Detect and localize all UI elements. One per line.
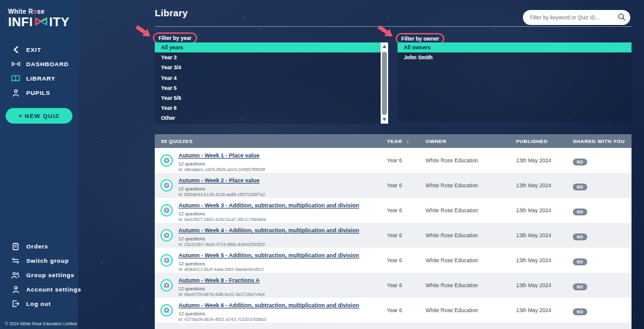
infinity-mark-icon — [33, 15, 49, 29]
column-header-owner[interactable]: OWNER — [426, 139, 516, 144]
scrollbar-thumb[interactable] — [382, 52, 387, 115]
copyright-text: © 2024 White Rose Education Limited — [5, 322, 77, 326]
year-option-other[interactable]: Other — [155, 113, 381, 123]
quiz-owner: White Rose Education — [426, 157, 516, 164]
year-option-year-3-4[interactable]: Year 3/4 — [155, 62, 381, 72]
quiz-year: Year 6 — [387, 232, 426, 238]
quiz-title-link[interactable]: Autumn - Week 1 - Place value — [178, 152, 260, 159]
quiz-published-date: 13th May 2024 — [516, 232, 573, 238]
owner-option-john-smith[interactable]: John Smith — [398, 52, 632, 62]
sidebar-item-library[interactable]: LIBRARY — [0, 71, 78, 86]
quiz-published-date: 13th May 2024 — [516, 157, 573, 164]
quiz-id: id: a5eaabe1-cd23-452b-a2c9-2e569785b5ff — [178, 167, 265, 173]
quiz-id: id: bbcef729-b67b-4afb-bc01-5e1715a7c4e4 — [178, 292, 265, 298]
quiz-owner: White Rose Education — [426, 282, 516, 288]
quiz-owner: White Rose Education — [426, 257, 516, 263]
quiz-published-date: 13th May 2024 — [516, 307, 573, 313]
quiz-published-date: 13th May 2024 — [516, 257, 573, 263]
search-input[interactable] — [530, 14, 618, 21]
quiz-year: Year 6 — [387, 307, 426, 313]
quiz-table: 50 QUIZZES YEAR↓ OWNER PUBLISHED SHARED … — [155, 134, 632, 329]
quiz-question-count: 12 questions — [178, 161, 265, 167]
sidebar: White Rose INFIITY EXIT DASHBOARD LIBRAR… — [0, 0, 78, 329]
table-row: Autumn - Week 1 - Place value 12 questio… — [155, 148, 632, 173]
quiz-id: id: fa410527-2802-4192-b1a7-35c117969ebe — [178, 217, 359, 223]
year-option-year-6[interactable]: Year 6 — [155, 103, 381, 113]
shared-status-badge: NO — [573, 308, 587, 315]
search-box — [523, 10, 630, 25]
quiz-question-count: 12 questions — [178, 236, 359, 242]
shared-status-badge: NO — [573, 159, 587, 165]
quiz-title-link[interactable]: Autumn - Week 4 - Addition, subtraction,… — [178, 227, 359, 233]
table-header: 50 QUIZZES YEAR↓ OWNER PUBLISHED SHARED … — [155, 134, 632, 148]
switch-arrows-icon — [11, 257, 21, 264]
owner-option-all-owners[interactable]: All owners — [398, 42, 632, 52]
infinity-icon — [11, 61, 21, 67]
quiz-gear-icon — [160, 179, 173, 192]
quiz-title-link[interactable]: Autumn - Week 5 - Addition, subtraction,… — [178, 252, 359, 258]
sidebar-item-group-settings[interactable]: Group settings — [0, 268, 78, 282]
quiz-gear-icon — [160, 204, 173, 217]
sidebar-item-dashboard[interactable]: DASHBOARD — [0, 57, 78, 71]
quiz-question-count: 12 questions — [178, 186, 265, 192]
column-header-year[interactable]: YEAR↓ — [387, 139, 426, 144]
column-header-published[interactable]: PUBLISHED — [516, 139, 573, 144]
year-option-year-3[interactable]: Year 3 — [155, 52, 381, 62]
column-header-shared[interactable]: SHARED WITH YOU — [573, 139, 632, 144]
quiz-gear-icon — [160, 154, 173, 167]
person-icon — [11, 286, 21, 293]
quiz-year: Year 6 — [387, 282, 426, 288]
quiz-question-count: 12 questions — [178, 286, 265, 292]
quiz-title-link[interactable]: Autumn - Week 3 - Addition, subtraction,… — [178, 202, 359, 209]
quiz-question-count: 12 questions — [178, 261, 359, 267]
year-option-year-4[interactable]: Year 4 — [155, 73, 381, 83]
brand-logo: White Rose INFIITY — [0, 0, 78, 29]
quiz-gear-icon — [160, 304, 173, 317]
table-row: Autumn - Week 8 - Fractions A 12 questio… — [155, 273, 632, 298]
year-option-year-5[interactable]: Year 5 — [155, 83, 381, 93]
column-header-quizzes-count: 50 QUIZZES — [155, 139, 387, 144]
sidebar-item-pupils[interactable]: PUPILS — [0, 86, 78, 100]
quiz-question-count: 12 questions — [178, 211, 359, 217]
sort-descending-icon: ↓ — [406, 139, 409, 144]
sidebar-item-log-out[interactable]: Log out — [0, 297, 78, 311]
annotation-arrow-owner — [375, 24, 395, 41]
people-icon — [11, 272, 21, 278]
year-option-year-5-6[interactable]: Year 5/6 — [155, 93, 381, 103]
document-icon — [11, 243, 21, 250]
quiz-published-date: 13th May 2024 — [516, 282, 573, 288]
book-icon — [11, 75, 21, 82]
year-list-scrollbar[interactable] — [381, 42, 388, 124]
search-icon[interactable] — [618, 12, 625, 23]
new-quiz-button[interactable]: + NEW QUIZ — [6, 108, 72, 124]
quiz-year: Year 6 — [387, 182, 426, 189]
quiz-title-link[interactable]: Autumn - Week 8 - Fractions A — [178, 277, 260, 283]
scroll-down-icon[interactable] — [383, 118, 386, 121]
shared-status-badge: NO — [573, 233, 587, 240]
quiz-owner: White Rose Education — [426, 207, 516, 214]
sidebar-item-orders[interactable]: Orders — [0, 239, 78, 253]
sidebar-item-exit[interactable]: EXIT — [0, 42, 78, 57]
table-row: Autumn - Week 6 - Addition, subtraction,… — [155, 298, 632, 323]
scroll-up-icon[interactable] — [383, 45, 386, 48]
brand-wordmark: INFIITY — [8, 15, 78, 29]
sidebar-footer-nav: Orders Switch group Group settings Accou… — [0, 239, 78, 311]
main-content: Library Filter by year Filter by owner A… — [78, 0, 644, 329]
page-title: Library — [155, 7, 188, 18]
owner-filter-listbox: All ownersJohn Smith — [398, 42, 632, 122]
partial-next-row — [155, 323, 632, 329]
brand-small-text: White Rose — [8, 8, 78, 15]
year-option-all-years[interactable]: All years — [155, 42, 381, 52]
quiz-gear-icon — [160, 279, 173, 292]
quiz-title-link[interactable]: Autumn - Week 2 - Place value — [178, 177, 260, 184]
annotation-arrow-year — [133, 24, 153, 41]
year-filter-listbox: All yearsYear 3Year 3/4Year 4Year 5Year … — [155, 42, 388, 124]
quiz-gear-icon — [160, 254, 173, 267]
quiz-owner: White Rose Education — [426, 307, 516, 313]
sidebar-nav: EXIT DASHBOARD LIBRARY PUPILS — [0, 42, 78, 100]
sidebar-item-account-settings[interactable]: Account settings — [0, 282, 78, 297]
sidebar-item-switch-group[interactable]: Switch group — [0, 253, 78, 268]
quiz-id: id: 23c210b7-9ba3-4719-8f68-dc8442545f20 — [178, 242, 359, 248]
logout-icon — [11, 300, 21, 307]
quiz-title-link[interactable]: Autumn - Week 6 - Addition, subtraction,… — [178, 302, 359, 308]
